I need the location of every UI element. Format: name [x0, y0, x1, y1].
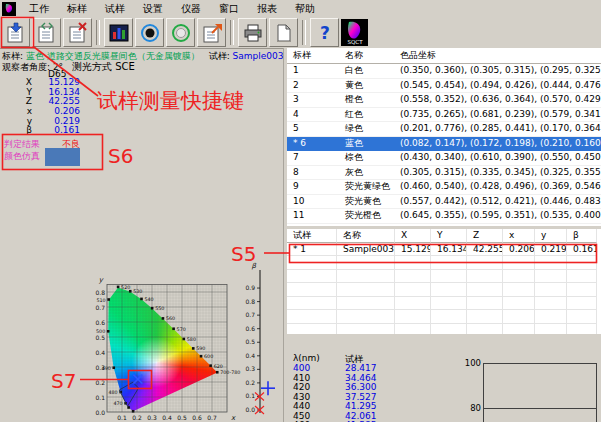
menu-item-5[interactable]: 仪器 [172, 1, 210, 17]
svg-text:490: 490 [102, 366, 111, 371]
standard-coords: (0.557, 0.442), (0.512, 0.421), (0.446, … [400, 195, 601, 209]
standards-row[interactable]: 11荧光橙色(0.645, 0.355), (0.595, 0.351), (0… [287, 209, 601, 224]
sample-header-cell: 名称 [337, 229, 395, 243]
sample-empty-cell [467, 256, 503, 270]
menu-item-8[interactable]: 帮助 [286, 1, 324, 17]
svg-text:SQCT: SQCT [347, 39, 363, 45]
standards-header-name: 名称 [345, 48, 363, 63]
standards-header-id: 标样 [293, 48, 311, 63]
svg-text:0.4: 0.4 [245, 352, 255, 359]
sample-empty-cell [431, 324, 467, 335]
sample-empty-cell [535, 270, 567, 284]
sample-cell[interactable]: 42.255 [467, 243, 503, 257]
sample-cell[interactable]: 0.161 [567, 243, 597, 257]
svg-text:0.8: 0.8 [245, 298, 255, 305]
standards-row[interactable]: 10荧光黄色(0.557, 0.442), (0.512, 0.421), (0… [287, 195, 601, 210]
svg-text:x: x [231, 414, 236, 422]
svg-text:560: 560 [166, 316, 175, 321]
svg-text:0.0: 0.0 [245, 406, 255, 413]
standards-row[interactable]: 4红色(0.735, 0.265), (0.681, 0.239), (0.57… [287, 108, 601, 123]
svg-text:0.8: 0.8 [95, 289, 105, 296]
sample-empty-cell [535, 310, 567, 324]
standard-coords: (0.558, 0.352), (0.636, 0.364), (0.570, … [400, 93, 601, 107]
standards-row[interactable]: 5绿色(0.201, 0.776), (0.285, 0.441), (0.17… [287, 122, 601, 137]
svg-text:0.6: 0.6 [245, 325, 255, 332]
menu-item-2[interactable]: 标样 [58, 1, 96, 17]
standard-id: 8 [293, 166, 299, 180]
simulation-label: 颜色仿真 [4, 150, 40, 163]
sample-header-cell: Z [467, 229, 503, 243]
standard-coords: (0.082, 0.147), (0.172, 0.198), (0.210, … [400, 137, 601, 151]
export-icon [201, 22, 223, 44]
sample-empty-cell [567, 270, 597, 284]
chart-view-button[interactable] [104, 18, 133, 47]
sample-empty-cell [467, 324, 503, 335]
svg-text:600: 600 [204, 354, 213, 359]
sample-header-cell: Y [431, 229, 467, 243]
tristimulus-row: β0.161 [12, 126, 80, 136]
sqct-logo-button[interactable]: SQCT [341, 19, 368, 46]
menu-item-3[interactable]: 试样 [96, 1, 134, 17]
standards-row[interactable]: 3橙色(0.558, 0.352), (0.636, 0.364), (0.57… [287, 93, 601, 108]
color-simulation-swatch [45, 148, 80, 166]
sample-cell[interactable]: 15.129 [395, 243, 431, 257]
svg-text:520: 520 [121, 285, 130, 290]
standards-row[interactable]: 7棕色(0.430, 0.340), (0.610, 0.390), (0.55… [287, 151, 601, 166]
sample-cell[interactable]: 0.206 [503, 243, 535, 257]
sci-measure-button[interactable] [135, 18, 164, 47]
sample-navigate-button[interactable] [32, 18, 61, 47]
svg-text:0.1: 0.1 [95, 394, 105, 401]
sample-cell[interactable]: 0.219 [535, 243, 567, 257]
standards-row[interactable]: * 6蓝色(0.082, 0.147), (0.172, 0.198), (0.… [287, 137, 601, 152]
spectral-chart-tick-100: 100 [455, 358, 481, 368]
svg-text:480: 480 [108, 390, 117, 395]
printer-icon [242, 22, 264, 44]
standard-id: 3 [293, 93, 299, 107]
svg-text:530: 530 [133, 289, 142, 294]
toolbar-separator [230, 20, 234, 45]
sample-empty-cell [535, 324, 567, 335]
standards-row[interactable]: 2黄色(0.545, 0.454), (0.494, 0.426), (0.44… [287, 79, 601, 94]
sample-empty-cell [431, 256, 467, 270]
sample-empty-cell [287, 283, 337, 297]
toolbar: ? SQCT [0, 17, 601, 49]
standard-id: 10 [293, 195, 304, 209]
sample-cell[interactable]: 16.134 [431, 243, 467, 257]
sample-empty-cell [567, 324, 597, 335]
export-data-button[interactable] [197, 18, 226, 47]
standard-id: * 6 [293, 137, 306, 151]
sample-delete-button[interactable] [63, 18, 92, 47]
standards-row[interactable]: 9荧光黄绿色(0.460, 0.540), (0.428, 0.496), (0… [287, 180, 601, 195]
standard-id: 11 [293, 209, 304, 223]
menu-item-1[interactable]: 工作 [20, 1, 58, 17]
standard-id: 7 [293, 151, 299, 165]
tristimulus-block: X15.129Y16.134Z42.255x0.206y0.219β0.161 [12, 78, 80, 136]
spectral-row: 41034.464 [287, 374, 477, 384]
svg-text:0.7: 0.7 [245, 311, 255, 318]
standards-row[interactable]: 1白色(0.350, 0.360), (0.305, 0.315), (0.29… [287, 64, 601, 79]
sample-empty-cell [431, 283, 467, 297]
sample-measure-button[interactable] [1, 18, 30, 47]
svg-text:0.1: 0.1 [117, 414, 127, 421]
sample-cell[interactable]: Sample003 [337, 243, 395, 257]
sce-measure-button[interactable] [166, 18, 195, 47]
tri-label: β [12, 126, 32, 136]
menu-item-6[interactable]: 窗口 [210, 1, 248, 17]
menu-item-7[interactable]: 报表 [248, 1, 286, 17]
sample-empty-cell [337, 270, 395, 284]
standard-id: 1 [293, 64, 299, 78]
standard-name: 红色 [345, 108, 363, 122]
sample-header-cell: y [535, 229, 567, 243]
spectral-row: 42036.300 [287, 383, 477, 393]
print-preview-button[interactable] [269, 18, 298, 47]
question-mark-icon: ? [314, 22, 336, 44]
print-button[interactable] [238, 18, 267, 47]
standards-row[interactable]: 8灰色(0.305, 0.315), (0.335, 0.345), (0.32… [287, 166, 601, 181]
help-button[interactable]: ? [310, 18, 339, 47]
sample-empty-cell [567, 310, 597, 324]
sample-empty-cell [337, 324, 395, 335]
page-icon [273, 22, 295, 44]
sqct-logo-icon: SQCT [341, 19, 368, 46]
menu-item-4[interactable]: 设置 [134, 1, 172, 17]
sample-cell[interactable]: * 1 [287, 243, 337, 257]
